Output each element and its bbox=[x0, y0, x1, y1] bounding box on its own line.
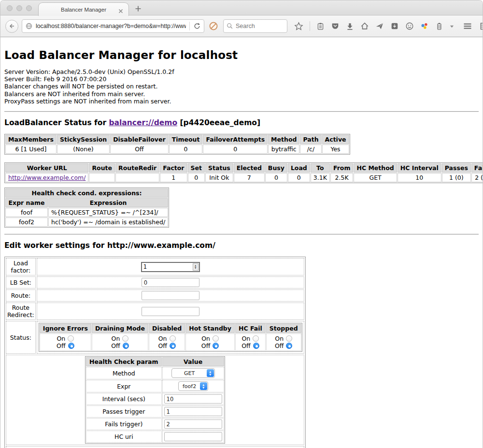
page-content: Load Balancer Manager for localhost Serv… bbox=[0, 37, 483, 448]
balancer-status-heading: LoadBalancer Status for balancer://demo … bbox=[4, 118, 479, 127]
send-tab-icon[interactable] bbox=[375, 22, 384, 30]
radio-off[interactable] bbox=[286, 343, 292, 349]
adblock-icon[interactable] bbox=[209, 21, 218, 31]
window-minimize-button[interactable] bbox=[16, 5, 22, 11]
stopped-radio-group: On Off bbox=[266, 333, 301, 351]
battery-extension-icon[interactable] bbox=[435, 22, 443, 30]
edit-worker-heading: Edit worker settings for http://www.exam… bbox=[4, 241, 479, 250]
new-tab-button[interactable] bbox=[135, 5, 142, 12]
toolbar-divider bbox=[310, 21, 310, 31]
radio-on[interactable] bbox=[122, 335, 128, 342]
page-title: Load Balancer Manager for localhost bbox=[4, 49, 479, 61]
radio-off[interactable] bbox=[213, 343, 219, 349]
hc-passes-input[interactable] bbox=[164, 407, 222, 416]
col-ignore-errors: Ignore Errors bbox=[40, 324, 91, 333]
radio-off[interactable] bbox=[123, 343, 129, 349]
radio-on[interactable] bbox=[286, 335, 292, 342]
lb-set-label: LB Set: bbox=[6, 276, 36, 289]
hc-fail-radio-group: On Off bbox=[235, 333, 266, 351]
hc-expr-label: Expr bbox=[86, 380, 162, 392]
radio-on[interactable] bbox=[68, 335, 74, 342]
load-factor-label: Load factor: bbox=[6, 258, 36, 275]
window-close-button[interactable] bbox=[7, 5, 13, 11]
hc-interval-label: Interval (secs) bbox=[86, 393, 162, 405]
route-input[interactable] bbox=[142, 291, 199, 300]
route-redirect-label: Route Redirect: bbox=[6, 303, 36, 320]
radio-on[interactable] bbox=[213, 335, 219, 342]
col-disabled: Disabled bbox=[149, 324, 185, 333]
home-icon[interactable] bbox=[360, 22, 369, 30]
url-bar[interactable]: localhost:8880/balancer-manager?b=demo&w… bbox=[22, 19, 204, 33]
tab-title: Balancer Manager bbox=[61, 7, 106, 13]
table-row: foof %{REQUEST_STATUS} =~ /^[234]/ bbox=[5, 208, 168, 217]
heading-prefix: LoadBalancer Status for bbox=[4, 118, 109, 127]
downloads-icon[interactable] bbox=[346, 22, 354, 30]
url-text[interactable]: localhost:8880/balancer-manager?b=demo&w… bbox=[36, 23, 186, 29]
tab-close-icon[interactable] bbox=[118, 7, 124, 13]
divider bbox=[4, 111, 479, 112]
col-hc-param: Health Check param bbox=[86, 357, 162, 366]
bookmark-star-icon[interactable] bbox=[294, 22, 303, 31]
window-zoom-button[interactable] bbox=[26, 5, 32, 11]
search-bar[interactable] bbox=[223, 19, 287, 33]
health-check-expressions-table: Health check cond. expressions: Expr nam… bbox=[4, 188, 169, 228]
hot-standby-radio-group: On Off bbox=[185, 333, 235, 351]
col-disablefailover: DisableFailover bbox=[110, 135, 168, 144]
worker-status-table: Worker URL Route RouteRedir Factor Set S… bbox=[4, 162, 483, 183]
col-expr-name: Expr name bbox=[5, 198, 48, 207]
select-arrows-icon: ▲▼ bbox=[207, 369, 214, 377]
hc-method-label: Method bbox=[86, 367, 162, 379]
share-colored-dots-icon[interactable] bbox=[420, 22, 429, 30]
col-path: Path bbox=[300, 135, 321, 144]
navigation-toolbar: localhost:8880/balancer-manager?b=demo&w… bbox=[0, 15, 483, 37]
health-check-param-table: Health Check param Value Method GET ▲▼ bbox=[85, 356, 225, 444]
feedback-smiley-icon[interactable] bbox=[405, 22, 414, 30]
browser-window: Balancer Manager localhost:8880/balancer… bbox=[0, 0, 483, 448]
reload-icon[interactable] bbox=[193, 22, 201, 30]
balancers-warning-line: Balancers are NOT inherited from main se… bbox=[4, 90, 479, 98]
col-worker-url: Worker URL bbox=[5, 163, 88, 173]
draining-mode-radio-group: On Off bbox=[92, 333, 148, 351]
site-identity-globe-icon[interactable] bbox=[25, 22, 33, 30]
toolbar-right-group bbox=[463, 21, 483, 31]
hc-method-select[interactable]: GET ▲▼ bbox=[171, 368, 215, 378]
save-page-icon[interactable] bbox=[390, 22, 399, 30]
window-controls bbox=[7, 5, 32, 11]
proxypass-warning-line: ProxyPass settings are NOT inherited fro… bbox=[4, 98, 479, 105]
radio-off[interactable] bbox=[170, 343, 176, 349]
col-stickysession: StickySession bbox=[57, 135, 110, 144]
hc-expr-select[interactable]: foof2 ▲▼ bbox=[178, 381, 208, 391]
browser-tab[interactable]: Balancer Manager bbox=[38, 2, 129, 16]
menu-hamburger-icon[interactable] bbox=[463, 21, 472, 31]
radio-off[interactable] bbox=[68, 343, 74, 349]
table-row: http://www.example.com/ 1 0 Init Ok 7 0 … bbox=[5, 173, 483, 182]
urlbar-divider bbox=[189, 22, 190, 30]
lb-set-input[interactable] bbox=[142, 278, 199, 287]
route-redirect-input[interactable] bbox=[142, 307, 199, 316]
back-button[interactable] bbox=[5, 20, 18, 33]
search-input[interactable] bbox=[236, 23, 284, 29]
col-timeout: Timeout bbox=[169, 135, 203, 144]
overflow-caret-icon[interactable] bbox=[450, 24, 454, 29]
hc-uri-input[interactable] bbox=[164, 432, 222, 441]
radio-on[interactable] bbox=[253, 335, 259, 342]
hc-fails-input[interactable] bbox=[164, 419, 222, 429]
table-row: 6 [1 Used] (None) Off 0 0 bytraffic /c/ … bbox=[5, 145, 349, 154]
sidebar-grid-icon[interactable] bbox=[480, 21, 483, 31]
col-failoverattempts: FailoverAttempts bbox=[203, 135, 268, 144]
hc-interval-input[interactable] bbox=[164, 394, 222, 404]
worker-url-link[interactable]: http://www.example.com/ bbox=[8, 174, 85, 181]
table-row: foof2 hc('body') =~ /domain is establish… bbox=[5, 217, 168, 227]
load-factor-input[interactable] bbox=[142, 263, 193, 270]
number-spinner[interactable]: ▲▼ bbox=[193, 263, 199, 271]
reading-list-icon[interactable] bbox=[316, 22, 325, 30]
radio-on[interactable] bbox=[170, 335, 176, 342]
col-stopped: Stopped bbox=[266, 324, 301, 333]
col-maxmembers: MaxMembers bbox=[5, 135, 57, 144]
balancer-link[interactable]: balancer://demo bbox=[109, 118, 177, 127]
toolbar-icons bbox=[294, 21, 454, 31]
radio-off[interactable] bbox=[253, 343, 259, 349]
hc-fails-label: Fails trigger) bbox=[86, 418, 162, 430]
col-active: Active bbox=[322, 135, 349, 144]
pocket-icon[interactable] bbox=[331, 22, 340, 30]
